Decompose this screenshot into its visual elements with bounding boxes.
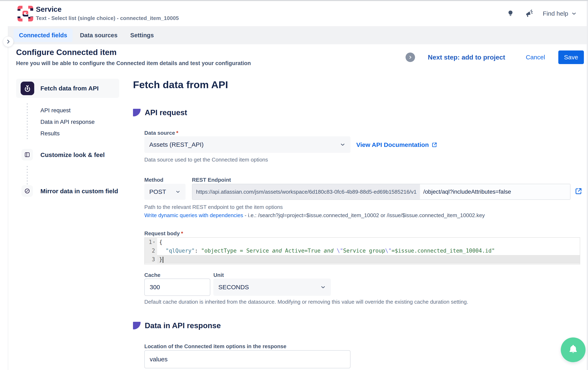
cache-help: Default cache duration is inherited from… xyxy=(144,299,468,305)
method-select[interactable]: POST xyxy=(144,184,186,200)
tab-data-sources[interactable]: Data sources xyxy=(75,29,123,42)
chevron-down-icon xyxy=(571,11,577,17)
location-label: Location of the Connected item options i… xyxy=(144,343,286,349)
editor-gutter: 1▾ xyxy=(145,238,157,247)
chevron-right-icon xyxy=(6,39,11,44)
lightbulb-icon[interactable] xyxy=(506,9,515,18)
section-marker-icon xyxy=(133,109,141,116)
sidebar-substep-results[interactable]: Results xyxy=(40,130,60,137)
configure-actions: Next step: add to project Cancel Save xyxy=(406,47,584,67)
text-cursor xyxy=(163,257,163,263)
unit-select[interactable]: SECONDS xyxy=(213,278,331,296)
webhook-icon xyxy=(21,82,34,95)
step-connector xyxy=(27,103,28,141)
data-source-label: Data source* xyxy=(144,130,178,136)
data-source-select[interactable]: Assets (REST_API) xyxy=(144,136,350,153)
unit-label: Unit xyxy=(213,272,224,278)
data-source-value: Assets (REST_API) xyxy=(149,141,203,148)
next-step-arrow-icon xyxy=(406,52,415,62)
cache-input[interactable] xyxy=(144,278,210,296)
tab-connected-fields[interactable]: Connected fields xyxy=(14,29,73,42)
find-help-menu[interactable]: Find help xyxy=(543,10,577,17)
unit-value: SECONDS xyxy=(218,284,249,291)
request-body-editor[interactable]: 1▾ { 2 "qlQuery": "objectType = Service … xyxy=(144,237,580,265)
page-subtitle: Text - Select list (single choice) - con… xyxy=(36,15,179,21)
endpoint-base-url: https://api.atlassian.com/jsm/assets/wor… xyxy=(192,184,420,199)
endpoint-external-link-icon[interactable] xyxy=(574,187,583,195)
sidebar-step-fetch-data[interactable]: Fetch data from API xyxy=(16,79,119,98)
chevron-down-icon xyxy=(175,189,181,195)
required-marker: * xyxy=(176,130,178,136)
step-connector xyxy=(27,166,28,185)
editor-line-1[interactable]: 1▾ { xyxy=(145,238,580,247)
chevron-down-icon xyxy=(320,284,326,290)
endpoint-label: REST Endpoint xyxy=(192,177,231,183)
notifications-fab[interactable] xyxy=(561,338,586,362)
tab-settings[interactable]: Settings xyxy=(125,29,159,42)
section-title-api-request: API request xyxy=(145,108,187,117)
configure-subtitle: Here you will be able to configure the C… xyxy=(16,60,251,67)
top-bar: Service Text - Select list (single choic… xyxy=(0,1,587,26)
endpoint-path-value[interactable]: /object/aql?includeAttributes=false xyxy=(420,184,570,199)
save-button[interactable]: Save xyxy=(558,51,584,64)
cancel-button[interactable]: Cancel xyxy=(526,54,545,61)
megaphone-icon[interactable] xyxy=(524,9,534,18)
fold-arrow-icon[interactable]: ▾ xyxy=(153,238,155,247)
section-title-data-in-api-response: Data in API response xyxy=(145,321,221,330)
editor-line-3[interactable]: 3 } xyxy=(145,255,580,264)
required-marker: * xyxy=(181,230,183,236)
scrollbar-track[interactable] xyxy=(587,1,588,370)
rest-endpoint-input[interactable]: https://api.atlassian.com/jsm/assets/wor… xyxy=(192,184,570,200)
editor-gutter: 2 xyxy=(145,247,157,255)
find-help-label: Find help xyxy=(543,10,568,17)
editor-line-2[interactable]: 2 "qlQuery": "objectType = Service and A… xyxy=(145,247,580,255)
dynamic-queries-link[interactable]: Write dynamic queries with dependencies xyxy=(144,212,243,218)
chevron-down-icon xyxy=(340,142,346,147)
dynamic-queries-line: Write dynamic queries with dependencies … xyxy=(144,212,485,219)
sidebar-step-customize-label[interactable]: Customize look & feel xyxy=(40,151,105,158)
data-source-help: Data source used to get the Connected it… xyxy=(144,157,268,163)
left-rail-divider xyxy=(8,26,8,370)
next-step-label: Next step: add to project xyxy=(428,53,505,61)
layout-icon[interactable] xyxy=(21,149,33,161)
tab-strip: Connected fields Data sources Settings xyxy=(8,26,587,44)
sidebar-substep-data-in-api-response[interactable]: Data in API response xyxy=(40,119,95,125)
sidebar-substep-api-request[interactable]: API request xyxy=(40,107,71,114)
page-title: Service xyxy=(36,5,62,13)
app-logo-icon xyxy=(15,4,35,23)
request-body-label: Request body* xyxy=(144,230,183,237)
main-heading: Fetch data from API xyxy=(133,79,228,91)
endpoint-help: Path to the relevant REST endpoint to ge… xyxy=(144,204,283,210)
editor-code-line-1[interactable]: { xyxy=(157,238,580,247)
bell-icon xyxy=(567,344,579,356)
editor-gutter: 3 xyxy=(145,255,157,264)
method-value: POST xyxy=(149,188,166,195)
configure-title: Configure Connected item xyxy=(16,48,117,57)
sidebar-step-fetch-data-label: Fetch data from API xyxy=(40,85,99,92)
location-input[interactable] xyxy=(144,350,350,368)
sidebar-step-mirror-label[interactable]: Mirror data in custom field xyxy=(40,188,118,195)
cache-label: Cache xyxy=(144,272,160,278)
expand-sidebar-button[interactable] xyxy=(3,36,14,47)
external-link-icon xyxy=(431,142,438,148)
dynamic-queries-example: - i.e.: /search?jql=project=$issue.conne… xyxy=(243,212,485,218)
mirror-icon[interactable] xyxy=(21,185,33,197)
editor-code-line-2[interactable]: "qlQuery": "objectType = Service and Act… xyxy=(157,247,580,255)
section-marker-icon xyxy=(133,322,141,329)
view-api-doc-link[interactable]: View API Documentation xyxy=(356,141,438,148)
view-api-doc-label: View API Documentation xyxy=(356,141,429,148)
top-bar-actions: Find help xyxy=(506,1,577,26)
editor-code-line-3[interactable]: } xyxy=(157,255,580,264)
method-label: Method xyxy=(144,177,163,183)
